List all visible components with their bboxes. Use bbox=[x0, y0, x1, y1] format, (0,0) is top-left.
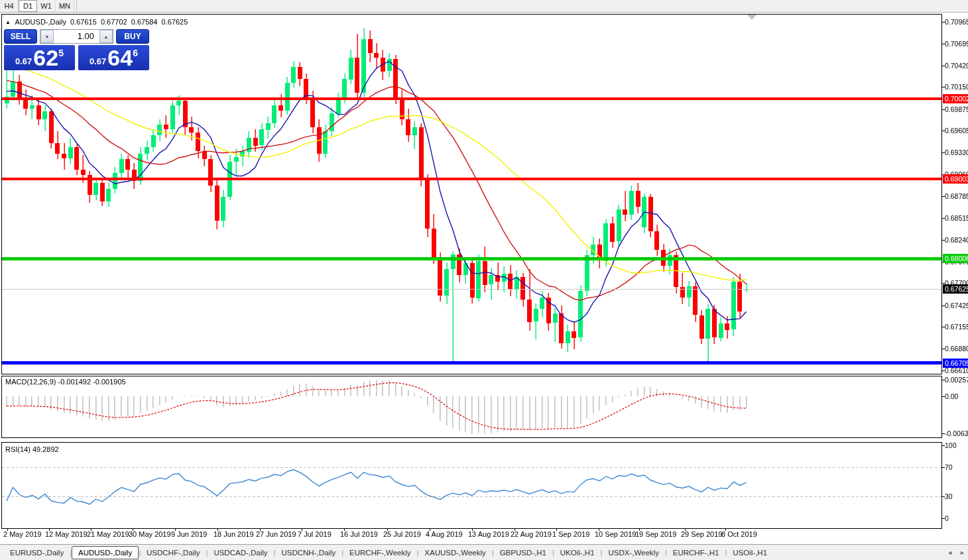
price-axis-label: 0.70420 bbox=[945, 62, 968, 70]
timeframe-toolbar: H4D1W1MN bbox=[0, 0, 968, 13]
macd-label: MACD(12,26,9) -0.001492 -0.001905 bbox=[5, 378, 126, 386]
sell-button[interactable]: SELL bbox=[4, 29, 37, 44]
date-axis-label: 16 Jul 2019 bbox=[340, 530, 378, 538]
rsi-label: RSI(14) 49.2892 bbox=[5, 445, 59, 453]
price-axis-label: 0.70965 bbox=[945, 18, 968, 26]
date-axis-label: 1 Sep 2019 bbox=[552, 530, 589, 538]
date-axis-label: 7 Jul 2019 bbox=[298, 530, 332, 538]
tab-usdcnh-daily[interactable]: USDCNH-,Daily bbox=[275, 547, 341, 559]
tab-usdcad-daily[interactable]: USDCAD-,Daily bbox=[208, 547, 273, 559]
buy-price-box[interactable]: 0.67 64 6 bbox=[78, 45, 149, 70]
tab-usdchf-daily[interactable]: USDCHF-,Daily bbox=[141, 547, 206, 559]
rsi-axis-label: 0 bbox=[945, 514, 949, 522]
macd-axis-label: 0.002574 bbox=[945, 376, 968, 384]
timeframe-button-d1[interactable]: D1 bbox=[19, 0, 37, 12]
tab-eurusd-daily[interactable]: EURUSD-,Daily bbox=[4, 547, 70, 559]
price-axis-label: 0.69330 bbox=[945, 148, 968, 156]
sell-price-prefix: 0.67 bbox=[15, 56, 32, 66]
price-axis-label: 0.70695 bbox=[945, 40, 968, 48]
tab-scroll-left-icon[interactable]: ◄ bbox=[947, 549, 953, 556]
ohlc-low: 0.67584 bbox=[131, 18, 158, 26]
chart-tab-bar: EURUSD-,Daily|AUDUSD-,Daily|USDCHF-,Dail… bbox=[0, 544, 968, 560]
tab-usdx-weekly[interactable]: USDX-,Weekly bbox=[602, 547, 664, 559]
date-axis-label: 10 Sep 2019 bbox=[595, 530, 636, 538]
date-axis-label: 13 Aug 2019 bbox=[468, 530, 509, 538]
tab-usoil-h1[interactable]: USOil-,H1 bbox=[727, 547, 773, 559]
collapse-triangle-icon[interactable]: ▲ bbox=[5, 19, 11, 25]
ohlc-open: 0.67615 bbox=[70, 18, 97, 26]
date-axis-label: 19 Sep 2019 bbox=[635, 530, 676, 538]
date-axis-label: 12 May 2019 bbox=[45, 530, 88, 538]
tab-eurchf-h1[interactable]: EURCHF-,H1 bbox=[667, 547, 725, 559]
volume-decrease-button[interactable]: ▼ bbox=[40, 30, 54, 43]
chart-symbol-label: AUDUSD-,Daily bbox=[15, 18, 66, 26]
price-axis-label: 0.67425 bbox=[945, 302, 968, 309]
price-axis-label: 0.66880 bbox=[945, 345, 968, 353]
quick-nav-triangle-icon[interactable] bbox=[747, 15, 756, 20]
date-axis-label: 8 Oct 2019 bbox=[721, 530, 757, 538]
one-click-trade-panel: SELL ▼ 1.00 ▲ BUY 0.67 62 5 0.67 64 6 bbox=[4, 29, 149, 70]
date-axis-label: 9 Jun 2019 bbox=[171, 530, 207, 538]
buy-price-big: 64 bbox=[107, 46, 133, 69]
macd-axis-label: -0.006326 bbox=[945, 429, 968, 437]
price-chart-canvas[interactable] bbox=[0, 0, 968, 560]
volume-increase-button[interactable]: ▲ bbox=[99, 30, 113, 43]
price-level-badge: 0.66705 bbox=[943, 359, 968, 368]
price-axis-label: 0.68785 bbox=[945, 192, 968, 200]
sell-price-big: 62 bbox=[33, 46, 58, 69]
ohlc-high: 0.67702 bbox=[101, 18, 127, 26]
buy-price-prefix: 0.67 bbox=[90, 56, 106, 66]
date-axis-label: 21 May 2019 bbox=[87, 530, 129, 538]
current-price-badge: 0.67625 bbox=[943, 284, 968, 294]
tab-ukoil-h1[interactable]: UKOil-,H1 bbox=[554, 547, 601, 559]
tab-eurchf-weekly[interactable]: EURCHF-,Weekly bbox=[343, 547, 416, 559]
timeframe-button-h4[interactable]: H4 bbox=[0, 0, 19, 12]
price-axis-label: 0.68240 bbox=[945, 236, 968, 244]
sell-price-pip: 5 bbox=[58, 48, 64, 58]
date-axis-label: 18 Jun 2019 bbox=[213, 530, 254, 538]
buy-button[interactable]: BUY bbox=[116, 29, 149, 44]
buy-price-pip: 6 bbox=[133, 48, 138, 58]
tab-xauusd-weekly[interactable]: XAUUSD-,Weekly bbox=[418, 547, 491, 559]
tab-scroll-buttons: ◄ ► bbox=[947, 549, 965, 556]
rsi-axis-label: 30 bbox=[945, 492, 953, 500]
volume-input[interactable]: 1.00 bbox=[54, 30, 99, 43]
sell-price-box[interactable]: 0.67 62 5 bbox=[4, 45, 75, 70]
tab-gbpusd-h1[interactable]: GBPUSD-,H1 bbox=[494, 547, 552, 559]
price-level-badge: 0.68006 bbox=[943, 254, 968, 263]
toolbar-separator bbox=[74, 0, 77, 12]
ohlc-close: 0.67625 bbox=[162, 18, 188, 26]
rsi-axis-label: 100 bbox=[945, 441, 957, 449]
price-level-badge: 0.69003 bbox=[943, 174, 968, 184]
rsi-axis-label: 70 bbox=[945, 463, 953, 471]
price-axis-label: 0.68515 bbox=[945, 214, 968, 222]
tab-audusd-daily[interactable]: AUDUSD-,Daily bbox=[72, 546, 139, 559]
timeframe-button-w1[interactable]: W1 bbox=[37, 0, 56, 12]
timeframe-button-mn[interactable]: MN bbox=[56, 0, 74, 12]
date-axis-label: 27 Jun 2019 bbox=[256, 530, 296, 538]
date-axis-label: 25 Jul 2019 bbox=[383, 530, 421, 538]
date-axis-label: 22 Aug 2019 bbox=[511, 530, 552, 538]
date-axis-label: 4 Aug 2019 bbox=[426, 530, 463, 538]
tab-scroll-right-icon[interactable]: ► bbox=[959, 549, 965, 556]
volume-stepper: ▼ 1.00 ▲ bbox=[40, 29, 113, 44]
price-axis-label: 0.70150 bbox=[945, 83, 968, 91]
price-axis-label: 0.67155 bbox=[945, 323, 968, 331]
price-level-badge: 0.70002 bbox=[943, 94, 968, 103]
price-axis-label: 0.69875 bbox=[945, 105, 968, 113]
macd-axis-label: 0.00 bbox=[945, 392, 958, 400]
date-axis-label: 29 Sep 2019 bbox=[681, 530, 722, 538]
date-axis-label: 30 May 2019 bbox=[129, 530, 171, 538]
price-axis-label: 0.69605 bbox=[945, 127, 968, 135]
chart-title: ▲ AUDUSD-,Daily 0.67615 0.67702 0.67584 … bbox=[5, 18, 190, 26]
date-axis-label: 2 May 2019 bbox=[3, 530, 41, 538]
price-axis-label: 0.66610 bbox=[945, 366, 968, 374]
